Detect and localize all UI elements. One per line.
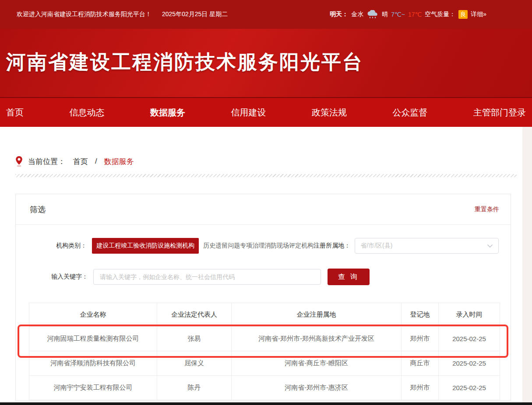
region-select-placeholder: 省/市/区(县) bbox=[360, 242, 392, 250]
breadcrumb-separator: / bbox=[95, 157, 97, 166]
filter-title: 筛选 bbox=[30, 204, 46, 215]
reset-filters-link[interactable]: 重置条件 bbox=[475, 206, 499, 213]
nav-item-supervision[interactable]: 公众监督 bbox=[393, 107, 428, 119]
cell-entry-date: 2025-02-25 bbox=[439, 376, 500, 400]
cell-registration-place: 郑州市 bbox=[402, 376, 439, 400]
weather-widget: 明天： 金水 晴 7℃~ 17℃ 空气质量： 良 详细» bbox=[330, 10, 486, 19]
site-title: 河南省建设工程消防技术服务阳光平台 bbox=[0, 29, 532, 75]
results-table: 企业名称 企业法定代表人 企业注册属地 登记地 录入时间 河南固瑞工程质量检测有… bbox=[29, 303, 500, 400]
chevron-down-icon bbox=[487, 244, 493, 248]
location-pin-icon bbox=[15, 156, 23, 167]
cell-company: 河南省泽顺消防科技有限公司 bbox=[29, 351, 157, 376]
filter-panel-header: 筛选 重置条件 bbox=[16, 194, 511, 225]
nav-item-credit[interactable]: 信用建设 bbox=[231, 107, 266, 119]
aqi-badge: 良 bbox=[458, 10, 468, 19]
cell-registered-region: 河南省-郑州市-惠济区 bbox=[232, 376, 402, 400]
column-header-registration-place: 登记地 bbox=[402, 303, 439, 327]
welcome-text: 欢迎进入河南省建设工程消防技术服务阳光平台！ bbox=[17, 10, 151, 18]
filter-row-keyword: 输入关键字： 查 询 bbox=[16, 269, 511, 285]
cell-registration-place: 商丘市 bbox=[402, 351, 439, 376]
scrollbar-track[interactable] bbox=[522, 127, 532, 405]
column-header-entry-date: 录入时间 bbox=[439, 303, 500, 327]
temp-low: 7℃~ bbox=[391, 11, 405, 18]
filter-panel: 筛选 重置条件 机构类别： 建设工程竣工验收消防设施检测机构 历史遗留问题专项治… bbox=[15, 194, 511, 401]
cell-legal-rep: 屈保义 bbox=[157, 351, 232, 376]
bottom-edge-bar bbox=[0, 402, 532, 405]
slash-divider bbox=[15, 174, 517, 177]
column-header-legal-rep: 企业法定代表人 bbox=[157, 303, 232, 327]
cloud-icon bbox=[366, 10, 379, 19]
breadcrumb-current-link[interactable]: 数据服务 bbox=[104, 157, 134, 167]
site-banner: 河南省建设工程消防技术服务阳光平台 bbox=[0, 29, 532, 97]
weather-condition: 晴 bbox=[382, 10, 388, 18]
cell-entry-date: 2025-02-25 bbox=[439, 327, 500, 351]
keyword-input[interactable] bbox=[93, 269, 321, 285]
category-tab-inspection-active[interactable]: 建设工程竣工验收消防设施检测机构 bbox=[92, 238, 199, 254]
column-header-registered-region: 企业注册属地 bbox=[232, 303, 402, 327]
column-header-company: 企业名称 bbox=[29, 303, 157, 327]
cell-registered-region: 河南省-商丘市-睢阳区 bbox=[232, 351, 402, 376]
nav-item-news[interactable]: 信息动态 bbox=[70, 107, 105, 119]
filter-row-category: 机构类别： 建设工程竣工验收消防设施检测机构 历史遗留问题专项治理消防现场评定机… bbox=[16, 238, 511, 254]
table-row[interactable]: 河南宇宁安装工程有限公司 陈丹 河南省-郑州市-惠济区 郑州市 2025-02-… bbox=[29, 376, 500, 400]
temp-high: 17℃ bbox=[408, 11, 422, 18]
nav-item-policy[interactable]: 政策法规 bbox=[312, 107, 347, 119]
cell-company: 河南宇宁安装工程有限公司 bbox=[29, 376, 157, 400]
weather-district: 金水 bbox=[351, 10, 363, 18]
region-select[interactable]: 省/市/区(县) bbox=[355, 238, 499, 254]
cell-company: 河南固瑞工程质量检测有限公司 bbox=[29, 327, 157, 351]
breadcrumb-label: 当前位置： bbox=[28, 157, 65, 167]
cell-entry-date: 2025-02-25 bbox=[439, 351, 500, 376]
cell-registered-region: 河南省-郑州市-郑州高新技术产业开发区 bbox=[232, 327, 402, 351]
cell-legal-rep: 张易 bbox=[157, 327, 232, 351]
region-label: 注册所属地： bbox=[314, 242, 350, 250]
category-label: 机构类别： bbox=[31, 242, 87, 250]
nav-item-admin-login[interactable]: 主管部门登录 bbox=[473, 107, 526, 119]
search-button[interactable]: 查 询 bbox=[328, 269, 370, 285]
weather-detail-link[interactable]: 详细» bbox=[471, 10, 486, 18]
main-nav: 首页 信息动态 数据服务 信用建设 政策法规 公众监督 主管部门登录 bbox=[0, 97, 532, 127]
table-row[interactable]: 河南固瑞工程质量检测有限公司 张易 河南省-郑州市-郑州高新技术产业开发区 郑州… bbox=[29, 327, 500, 351]
cell-registration-place: 郑州市 bbox=[402, 327, 439, 351]
cell-legal-rep: 陈丹 bbox=[157, 376, 232, 400]
breadcrumb: 当前位置： 首页 / 数据服务 bbox=[15, 156, 532, 167]
date-text: 2025年02月25日 星期二 bbox=[162, 10, 228, 18]
breadcrumb-home-link[interactable]: 首页 bbox=[73, 157, 88, 167]
category-tab-legacy[interactable]: 历史遗留问题专项治理消防现场评定机构 bbox=[203, 242, 314, 250]
nav-item-home[interactable]: 首页 bbox=[6, 107, 24, 119]
weather-label: 明天： bbox=[330, 10, 348, 18]
table-header-row: 企业名称 企业法定代表人 企业注册属地 登记地 录入时间 bbox=[29, 303, 500, 327]
top-utility-bar: 欢迎进入河南省建设工程消防技术服务阳光平台！ 2025年02月25日 星期二 明… bbox=[0, 0, 532, 29]
keyword-label: 输入关键字： bbox=[31, 273, 88, 281]
table-row[interactable]: 河南省泽顺消防科技有限公司 屈保义 河南省-商丘市-睢阳区 商丘市 2025-0… bbox=[29, 351, 500, 376]
nav-item-data-service[interactable]: 数据服务 bbox=[150, 107, 185, 119]
aqi-label: 空气质量： bbox=[425, 10, 455, 18]
